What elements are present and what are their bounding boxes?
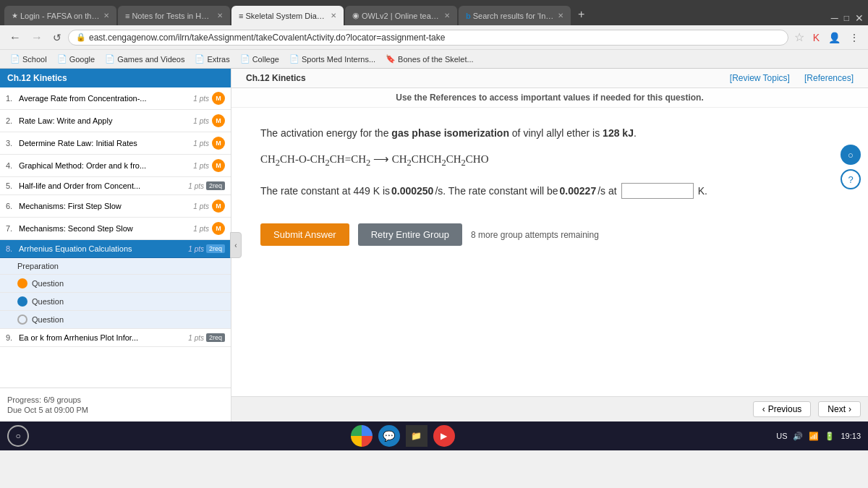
extensions-icon[interactable]: K: [810, 30, 822, 45]
back-button[interactable]: ←: [6, 30, 25, 46]
sidebar: Ch.12 Kinetics 1. Average Rate from Conc…: [0, 69, 231, 421]
tab-5[interactable]: b Search results for 'In a study of ✕: [459, 6, 571, 25]
forward-button[interactable]: →: [27, 30, 46, 46]
tab-5-close[interactable]: ✕: [558, 12, 563, 20]
tab-1[interactable]: ★ Login - FAFSA on the Web - Fed ✕: [4, 6, 116, 25]
progress-value: 6/9 groups: [43, 395, 81, 404]
new-tab-button[interactable]: +: [572, 8, 590, 21]
close-browser-button[interactable]: ✕: [855, 12, 864, 24]
tab-4[interactable]: ◉ OWLv2 | Online teaching and le ✕: [345, 6, 457, 25]
sub2: 2: [326, 158, 330, 168]
sidebar-item-6[interactable]: 6. Mechanisms: First Step Slow 1 pts M: [0, 195, 231, 218]
sidebar-item-8[interactable]: 8. Arrhenius Equation Calculations 1 pts…: [0, 240, 231, 258]
tab-3[interactable]: ≡ Skeletal System Diagram- Skel ✕: [231, 6, 344, 25]
tab-2[interactable]: ≡ Notes for Tests in Health Occ - ✕: [118, 6, 230, 25]
question-text: The activation energy for the gas phase …: [260, 125, 839, 141]
bookmark-google[interactable]: 📄 Google: [53, 53, 99, 65]
next-chevron-icon: ›: [848, 404, 851, 414]
rate-line: The rate constant at 449 K is 0.000250 /…: [260, 183, 839, 199]
submit-answer-button[interactable]: Submit Answer: [260, 223, 349, 246]
sub-item-question-2[interactable]: Question: [0, 293, 231, 311]
item-1-icon: M: [212, 92, 225, 105]
bookmark-sports[interactable]: 📄 Sports Med Interns...: [285, 53, 380, 65]
item-8-pts: 1 pts: [188, 245, 204, 253]
sidebar-item-3[interactable]: 3. Determine Rate Law: Initial Rates 1 p…: [0, 132, 231, 155]
tab-3-label: Skeletal System Diagram- Skel: [245, 12, 327, 20]
review-topics-link[interactable]: [Review Topics]: [730, 73, 790, 83]
sub6: 2: [461, 158, 466, 168]
bookmark-school[interactable]: 📄 School: [6, 53, 51, 65]
sidebar-item-2[interactable]: 2. Rate Law: Write and Apply 1 pts M: [0, 110, 231, 132]
address-bar[interactable]: 🔒 east.cengagenow.com/ilrn/takeAssignmen…: [68, 30, 788, 46]
maximize-button[interactable]: □: [844, 13, 849, 23]
next-button[interactable]: Next ›: [818, 401, 861, 417]
messages-taskbar-icon[interactable]: 💬: [378, 425, 400, 447]
energy-value: 128 kJ: [603, 127, 634, 139]
nav-bar: ← → ↺ 🔒 east.cengagenow.com/ilrn/takeAss…: [0, 25, 868, 50]
reaction-type: gas phase isomerization: [391, 127, 509, 139]
item-2-icon: M: [212, 114, 225, 127]
sub-item-preparation[interactable]: Preparation: [0, 258, 231, 275]
volume-icon[interactable]: 🔊: [793, 432, 803, 441]
tab-4-close[interactable]: ✕: [444, 12, 450, 20]
item-7-icon: M: [212, 222, 225, 235]
clock: 19:13: [841, 432, 861, 440]
bookmark-star-icon[interactable]: ☆: [791, 29, 807, 46]
question-header: Ch.12 Kinetics [Review Topics] [Referenc…: [231, 69, 868, 88]
item-4-icon: M: [212, 159, 225, 172]
minimize-button[interactable]: ─: [831, 12, 838, 24]
bookmark-college-icon: 📄: [240, 54, 250, 64]
menu-icon[interactable]: ⋮: [846, 30, 862, 45]
sidebar-collapse-button[interactable]: ‹: [230, 232, 242, 258]
temperature-input[interactable]: [621, 183, 694, 199]
bookmark-bones[interactable]: 🔖 Bones of the Skelet...: [381, 53, 478, 65]
address-text: east.cengagenow.com/ilrn/takeAssignment/…: [89, 33, 445, 43]
bookmark-games[interactable]: 📄 Games and Videos: [101, 53, 189, 65]
tab-2-close[interactable]: ✕: [217, 12, 223, 20]
sidebar-item-9[interactable]: 9. Ea or k from Arrhenius Plot Infor... …: [0, 329, 231, 347]
previous-button[interactable]: ‹ Previous: [753, 401, 812, 417]
q3-circle-icon: [17, 314, 27, 325]
youtube-taskbar-icon[interactable]: ▶: [433, 425, 455, 447]
sub-item-question-3[interactable]: Question: [0, 311, 231, 329]
sidebar-item-1[interactable]: 1. Average Rate from Concentration-... 1…: [0, 87, 231, 110]
progress-section: Progress: 6/9 groups Due Oct 5 at 09:00 …: [0, 388, 231, 421]
tab-3-close[interactable]: ✕: [331, 12, 336, 20]
references-link[interactable]: [References]: [804, 73, 854, 83]
browser-window: ★ Login - FAFSA on the Web - Fed ✕ ≡ Not…: [0, 0, 868, 450]
item-5-number: 5.: [6, 181, 16, 190]
locale-label: US: [776, 432, 787, 440]
sub3: 2: [366, 158, 370, 168]
attempts-remaining: 8 more group attempts remaining: [471, 230, 599, 240]
q1-circle-icon: [17, 278, 27, 288]
item-5-pts: 1 pts: [188, 182, 204, 190]
bookmark-extras[interactable]: 📄 Extras: [190, 53, 234, 65]
sidebar-item-5[interactable]: 5. Half-life and Order from Concent... 1…: [0, 177, 231, 195]
tab-1-icon: ★: [12, 12, 18, 20]
sidebar-item-4[interactable]: 4. Graphical Method: Order and k fro... …: [0, 155, 231, 177]
network-icon[interactable]: 📶: [809, 432, 819, 441]
tab-1-close[interactable]: ✕: [103, 12, 109, 20]
item-5-req: 2req: [206, 181, 225, 190]
tab-5-label: Search results for 'In a study of: [473, 12, 554, 20]
start-button[interactable]: ○: [7, 425, 29, 447]
item-3-pts: 1 pts: [193, 140, 209, 147]
profile-icon[interactable]: 👤: [825, 30, 843, 45]
item-2-label: Rate Law: Write and Apply: [19, 116, 190, 125]
chrome-taskbar-icon[interactable]: [351, 425, 373, 447]
chapter-title: Ch.12 Kinetics: [246, 73, 306, 83]
battery-icon[interactable]: 🔋: [825, 432, 835, 441]
sidebar-item-7[interactable]: 7. Mechanisms: Second Step Slow 1 pts M: [0, 218, 231, 240]
files-taskbar-icon[interactable]: 📁: [406, 425, 427, 447]
sub-item-question-1[interactable]: Question: [0, 275, 231, 293]
bookmark-college[interactable]: 📄 College: [236, 53, 284, 65]
help-circle-2[interactable]: ?: [841, 169, 861, 189]
item-1-number: 1.: [6, 94, 16, 103]
item-4-pts: 1 pts: [193, 162, 209, 170]
item-9-req: 2req: [206, 333, 225, 342]
sub4: 2: [407, 158, 412, 168]
refresh-button[interactable]: ↺: [49, 30, 65, 45]
retry-group-button[interactable]: Retry Entire Group: [358, 223, 462, 246]
taskbar-center: 💬 📁 ▶: [351, 425, 455, 447]
help-circle-1[interactable]: ○: [841, 145, 861, 165]
